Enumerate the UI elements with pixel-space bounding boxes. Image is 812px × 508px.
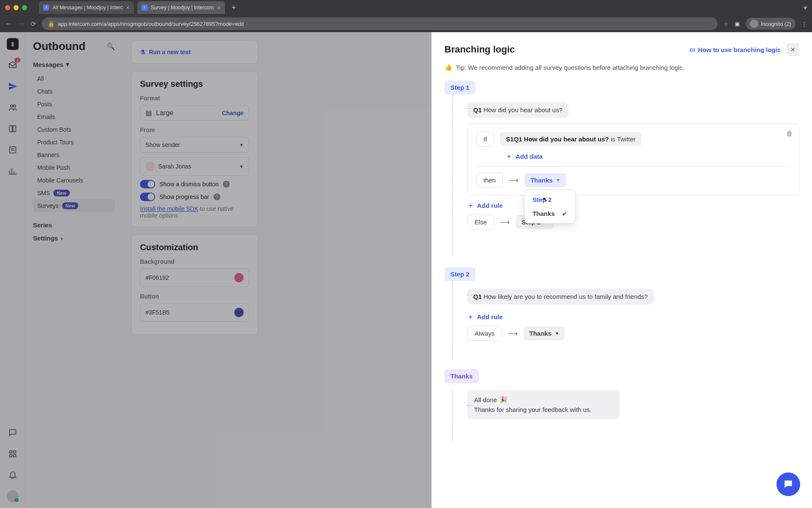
check-icon: ✔ [562,210,567,217]
sidebar-item-mobile-carousels[interactable]: Mobile Carousels [33,174,115,187]
delete-rule-button[interactable]: 🗑 [786,130,793,138]
rail-notifications[interactable] [7,469,19,481]
sidebar-item-sms[interactable]: SMS New [33,187,115,199]
close-panel-button[interactable]: ✕ [787,43,799,56]
close-icon[interactable]: × [126,4,129,11]
sender-name: Sarah Jonas [158,163,192,170]
sdk-hint: Install the mobile SDK to use native mob… [140,205,249,219]
tab-title: Survey | Moodjoy | Intercom [151,5,214,11]
star-icon[interactable]: ☆ [724,21,729,27]
add-data-button[interactable]: ＋ Add data [506,152,790,160]
dismiss-toggle[interactable] [140,180,155,188]
rail-reports[interactable] [7,165,19,177]
svg-rect-5 [9,455,12,457]
chevron-down-icon[interactable]: ▾ [804,4,807,12]
add-rule-button[interactable]: ＋ Add rule [467,313,799,321]
url-text: app.intercom.com/a/apps/nnsgmgob/outboun… [58,21,244,27]
info-icon[interactable]: ? [214,193,220,200]
browser-tab-1[interactable]: ⦀ Survey | Moodjoy | Intercom × [137,1,225,14]
book-icon: ▭ [689,46,695,53]
incognito-badge[interactable]: Incognito (2) [746,18,796,30]
status-online-icon [14,498,19,502]
show-sender-select[interactable]: Show sender ▼ [140,137,249,153]
sidebar-item-banners[interactable]: Banners [33,149,115,161]
plus-icon: ＋ [467,313,474,321]
btn-swatch [234,308,244,317]
thanks-step-label: Thanks [444,369,479,383]
sender-select[interactable]: Sarah Jonas ▼ [140,157,249,176]
else-chip: Else [467,215,494,229]
flask-icon: ⚗ [140,49,145,55]
info-icon[interactable]: ? [223,181,230,188]
format-value: Large [156,109,173,117]
dropdown-item-thanks[interactable]: Thanks ✔ [527,207,572,221]
address-bar[interactable]: 🔒 app.intercom.com/a/apps/nnsgmgob/outbo… [42,17,718,30]
kebab-menu-icon[interactable]: ⋮ [801,21,807,27]
rail-articles[interactable] [7,123,19,135]
btn-color-input[interactable]: #3F51B5 [140,303,249,322]
help-link[interactable]: ▭ How to use branching logic [689,46,781,53]
search-icon[interactable]: 🔍 [107,42,115,50]
traffic-max[interactable] [22,5,27,10]
rail-contacts[interactable] [7,102,19,113]
back-button[interactable]: ← [5,20,12,28]
traffic-close[interactable] [5,5,10,10]
always-destination-select[interactable]: Thanks ▼ [524,326,565,340]
chevron-down-icon: ▾ [66,61,69,68]
chevron-right-icon: › [60,235,63,242]
sidebar-item-all[interactable]: All [33,72,115,85]
new-tab-button[interactable]: + [228,3,240,12]
incognito-label: Incognito (2) [761,21,791,27]
svg-point-1 [13,105,16,108]
intercom-logo[interactable]: ⦀ [7,38,19,50]
run-test-card[interactable]: ⚗ Run a new test [131,41,258,64]
sdk-link[interactable]: Install the mobile SDK [140,205,198,212]
sidebar-item-emails[interactable]: Emails [33,110,115,123]
bg-color-input[interactable]: #F06192 [140,268,249,287]
step1-q1: Q1 How did you hear about us? [467,102,568,118]
customization-card: Customization Background #F06192 Button … [131,235,258,335]
sidebar-section-settings[interactable]: Settings › [33,235,115,242]
traffic-min[interactable] [14,5,19,10]
reload-button[interactable]: ⟳ [30,20,36,28]
condition-chip[interactable]: S1Q1 How did you hear about us? is Twitt… [500,132,641,146]
progress-toggle[interactable] [140,193,155,201]
btn-label: Button [140,293,249,300]
new-badge: New [62,202,79,209]
incognito-icon [750,19,758,28]
rail-messenger[interactable] [7,427,19,439]
sidebar-item-custom-bots[interactable]: Custom Bots [33,123,115,136]
sidebar-section-series[interactable]: Series [33,221,115,229]
run-test-label: Run a new test [149,49,191,55]
arrow-icon: ⟶ [500,218,510,226]
dismiss-label: Show a dismiss button [159,181,219,188]
panel-tip: 👍 Tip: We recommend adding all survey qu… [444,64,799,71]
sidebar-item-mobile-push[interactable]: Mobile Push [33,161,115,174]
thanks-card: All done 🎉 Thanks for sharing your feedb… [467,390,620,419]
rail-user-avatar[interactable] [7,490,19,502]
panel-icon[interactable]: ▣ [735,21,740,27]
then-chip: then [476,173,503,188]
sidebar-item-posts[interactable]: Posts [33,98,115,110]
chevron-down-icon: ▼ [239,143,244,147]
rail-operator[interactable] [7,144,19,156]
browser-tab-0[interactable]: ⦀ All Messages | Moodjoy | Interc × [39,1,134,14]
sidebar-item-surveys[interactable]: Surveys New [33,199,115,212]
svg-rect-3 [9,451,12,453]
document-icon: ▤ [145,109,152,117]
add-rule-button[interactable]: ＋ Add rule [467,202,799,210]
rail-inbox[interactable]: 1 [7,59,19,71]
then-destination-select[interactable]: Thanks ▼ Step 2 Thanks ✔ ↖ [524,173,566,187]
change-format-link[interactable]: Change [222,110,244,116]
rail-outbound[interactable] [7,80,19,92]
rail-apps[interactable] [7,448,19,460]
sidebar-item-chats[interactable]: Chats [33,85,115,98]
plus-icon: ＋ [467,202,474,210]
sidebar-section-messages[interactable]: Messages ▾ [33,61,115,68]
sidebar-item-product-tours[interactable]: Product Tours [33,136,115,149]
close-icon[interactable]: × [217,4,220,11]
messenger-fab[interactable] [776,472,800,496]
forward-button[interactable]: → [18,20,25,28]
dropdown-item-step2[interactable]: Step 2 [527,193,572,207]
party-icon: 🎉 [499,396,508,403]
